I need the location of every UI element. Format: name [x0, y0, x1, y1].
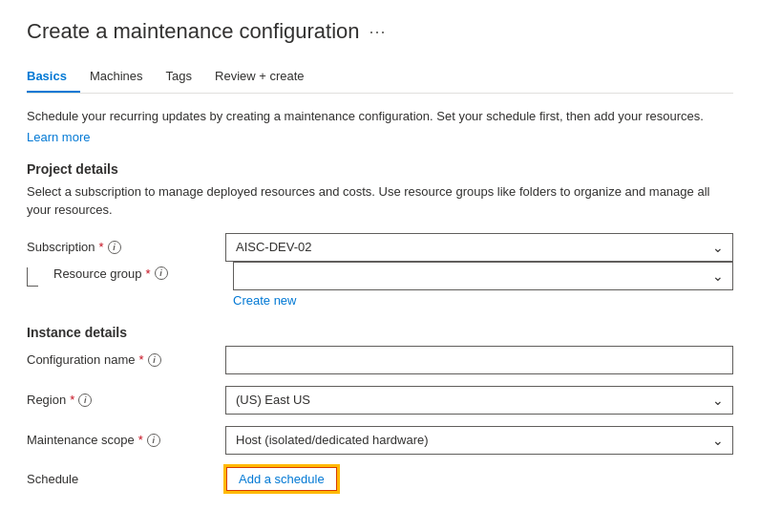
configuration-name-label-col: Configuration name * i	[27, 352, 218, 367]
maintenance-scope-control: Host (isolated/dedicated hardware)	[225, 426, 733, 455]
configuration-name-input[interactable]	[225, 346, 733, 374]
instance-details-title: Instance details	[27, 325, 733, 340]
configuration-name-row: Configuration name * i	[27, 346, 733, 374]
region-row: Region * i (US) East US	[27, 386, 733, 415]
page-title: Create a maintenance configuration	[27, 19, 360, 44]
tab-bar: Basics Machines Tags Review + create	[27, 61, 733, 94]
subscription-required: *	[99, 240, 104, 254]
subscription-info-icon[interactable]: i	[108, 241, 121, 254]
maintenance-scope-select-wrapper: Host (isolated/dedicated hardware)	[225, 426, 733, 455]
configuration-name-control	[225, 346, 733, 374]
tab-basics[interactable]: Basics	[27, 61, 80, 93]
maintenance-scope-info-icon[interactable]: i	[147, 434, 160, 447]
configuration-name-required: *	[138, 352, 143, 367]
region-label-col: Region * i	[27, 393, 218, 407]
resource-group-info-icon[interactable]: i	[155, 266, 168, 280]
region-control: (US) East US	[225, 386, 733, 415]
maintenance-scope-required: *	[138, 433, 143, 447]
create-new-link[interactable]: Create new	[233, 293, 733, 308]
subscription-row: Subscription * i AISC-DEV-02	[27, 233, 733, 262]
add-schedule-button[interactable]: Add a schedule	[225, 466, 338, 492]
maintenance-scope-select[interactable]: Host (isolated/dedicated hardware)	[225, 426, 733, 455]
page-header: Create a maintenance configuration ···	[27, 19, 733, 44]
region-info-icon[interactable]: i	[78, 394, 92, 407]
resource-group-label: Resource group	[53, 266, 142, 281]
resource-group-select-wrapper	[233, 262, 733, 290]
resource-group-row: Resource group * i Create new	[27, 262, 733, 308]
resource-group-label-col: Resource group * i	[53, 262, 225, 281]
tab-machines[interactable]: Machines	[90, 61, 157, 93]
schedule-row: Schedule Add a schedule	[27, 466, 733, 492]
resource-group-control: Create new	[233, 262, 733, 308]
region-label: Region	[27, 393, 66, 407]
learn-more-link[interactable]: Learn more	[27, 130, 90, 144]
subscription-label-col: Subscription * i	[27, 240, 218, 254]
region-required: *	[70, 393, 74, 407]
resource-group-indent	[27, 262, 46, 287]
subscription-select[interactable]: AISC-DEV-02	[225, 233, 733, 262]
resource-group-select[interactable]	[233, 262, 733, 290]
resource-group-required: *	[146, 266, 151, 281]
tab-tags[interactable]: Tags	[166, 61, 205, 93]
schedule-label: Schedule	[27, 472, 78, 486]
indent-line	[27, 267, 38, 287]
maintenance-scope-row: Maintenance scope * i Host (isolated/ded…	[27, 426, 733, 455]
configuration-name-info-icon[interactable]: i	[148, 353, 161, 367]
maintenance-scope-label-col: Maintenance scope * i	[27, 433, 218, 447]
basics-description: Schedule your recurring updates by creat…	[27, 107, 733, 126]
maintenance-scope-label: Maintenance scope	[27, 433, 135, 447]
subscription-control: AISC-DEV-02	[225, 233, 733, 262]
configuration-name-label: Configuration name	[27, 352, 135, 367]
tab-review-create[interactable]: Review + create	[215, 61, 318, 93]
project-details-description: Select a subscription to manage deployed…	[27, 182, 733, 220]
region-select-wrapper: (US) East US	[225, 386, 733, 415]
region-select[interactable]: (US) East US	[225, 386, 733, 415]
schedule-label-col: Schedule	[27, 472, 218, 486]
subscription-select-wrapper: AISC-DEV-02	[225, 233, 733, 262]
ellipsis-menu-icon[interactable]: ···	[369, 22, 387, 42]
subscription-label: Subscription	[27, 240, 95, 254]
schedule-button-col: Add a schedule	[225, 466, 338, 492]
project-details-title: Project details	[27, 161, 733, 177]
